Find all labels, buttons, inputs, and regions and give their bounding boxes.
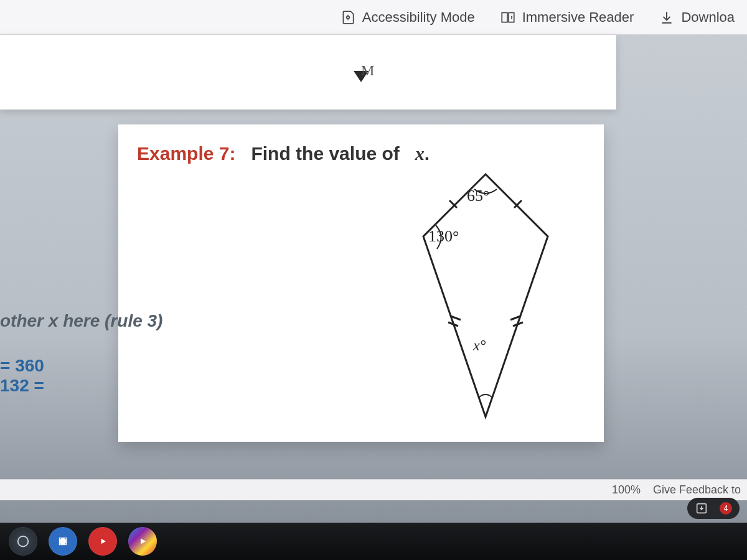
- immersive-reader-icon: [500, 9, 516, 26]
- badge-count: 4: [724, 504, 728, 513]
- feedback-link[interactable]: Give Feedback to: [653, 483, 741, 497]
- launcher-icon[interactable]: [9, 527, 37, 556]
- viewer-statusbar: 100% Give Feedback to: [0, 479, 747, 500]
- note-rule: other x here (rule 3): [0, 311, 162, 331]
- page-marker-label: M: [361, 62, 374, 79]
- previous-page-edge: M: [0, 35, 616, 110]
- angle-bottom-label: x°: [473, 337, 486, 354]
- accessibility-label: Accessibility Mode: [362, 9, 475, 26]
- os-taskbar: [0, 523, 747, 560]
- svg-point-8: [18, 536, 29, 547]
- student-notes: other x here (rule 3) = 360 132 =: [0, 311, 162, 396]
- example-heading: Example 7: Find the value of x.: [137, 143, 585, 164]
- accessibility-icon: [340, 9, 356, 26]
- zoom-level[interactable]: 100%: [612, 483, 641, 497]
- example-number: Example 7:: [137, 143, 235, 164]
- svg-point-9: [60, 538, 67, 545]
- system-tray[interactable]: 4: [687, 498, 740, 519]
- download-icon: [659, 9, 675, 26]
- angle-left-label: 130°: [428, 227, 459, 246]
- example-variable: x: [415, 143, 425, 164]
- media-player-icon[interactable]: [128, 527, 157, 556]
- immersive-reader-label: Immersive Reader: [522, 9, 634, 26]
- youtube-icon[interactable]: [88, 527, 117, 556]
- immersive-reader-button[interactable]: Immersive Reader: [500, 9, 634, 26]
- document-page: Example 7: Find the value of x. 65°: [118, 124, 604, 442]
- example-period: .: [425, 143, 430, 164]
- save-tray-icon[interactable]: [695, 502, 708, 515]
- document-viewer-toolbar: Accessibility Mode Immersive Reader Down…: [0, 0, 747, 35]
- download-label: Downloa: [681, 9, 735, 26]
- svg-point-0: [347, 16, 349, 18]
- example-prompt: Find the value of: [251, 143, 399, 164]
- note-line-2: 132 =: [0, 376, 162, 396]
- download-button[interactable]: Downloa: [659, 9, 735, 26]
- note-line-1: = 360: [0, 356, 162, 376]
- svg-marker-11: [101, 539, 106, 544]
- kite-figure: 65° 130° x°: [392, 168, 579, 429]
- notification-badge[interactable]: 4: [720, 502, 732, 515]
- angle-top-label: 65°: [467, 187, 489, 205]
- kite-svg: [392, 168, 579, 429]
- accessibility-mode-button[interactable]: Accessibility Mode: [340, 9, 475, 26]
- files-icon[interactable]: [49, 527, 77, 556]
- svg-marker-12: [141, 539, 146, 544]
